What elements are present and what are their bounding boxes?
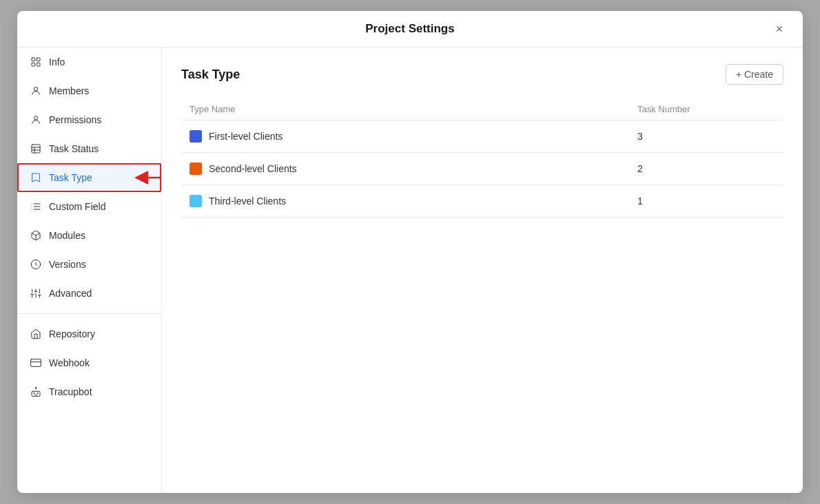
modal-title: Project Settings xyxy=(365,22,454,36)
svg-point-4 xyxy=(34,87,37,91)
color-swatch-2 xyxy=(189,162,202,175)
table-row[interactable]: Second-level Clients 2 xyxy=(181,153,783,185)
modal-header: Project Settings × xyxy=(17,11,803,48)
create-button[interactable]: + Create xyxy=(726,64,783,85)
sidebar-item-task-type-label: Task Type xyxy=(49,172,92,183)
type-name-1: First-level Clients xyxy=(209,131,283,142)
modal-body: Info Members Permissions xyxy=(17,48,803,493)
sidebar-divider xyxy=(17,313,161,314)
sidebar-item-advanced[interactable]: Advanced xyxy=(17,279,161,308)
svg-rect-3 xyxy=(37,63,40,66)
permissions-icon xyxy=(30,114,42,126)
table-icon xyxy=(30,143,42,155)
table-header: Type Name Task Number xyxy=(181,98,783,120)
sidebar-item-members-label: Members xyxy=(49,85,89,96)
table-row[interactable]: First-level Clients 3 xyxy=(181,120,783,153)
svg-rect-1 xyxy=(37,58,40,61)
sidebar-item-tracupbot-label: Tracupbot xyxy=(49,386,92,397)
home-icon xyxy=(30,328,42,340)
sidebar: Info Members Permissions xyxy=(17,48,162,493)
type-name-2: Second-level Clients xyxy=(209,163,297,174)
task-number-2: 2 xyxy=(637,163,775,174)
sidebar-item-tracupbot[interactable]: Tracupbot xyxy=(17,377,161,406)
table-row[interactable]: Third-level Clients 1 xyxy=(181,185,783,218)
svg-rect-28 xyxy=(31,359,41,367)
color-swatch-3 xyxy=(189,195,202,207)
color-swatch-1 xyxy=(189,130,202,143)
sidebar-item-versions-label: Versions xyxy=(49,259,86,270)
sidebar-item-task-type[interactable]: Task Type xyxy=(17,163,161,192)
sidebar-item-info[interactable]: Info xyxy=(17,48,161,76)
svg-point-5 xyxy=(34,116,37,120)
sidebar-item-webhook[interactable]: Webhook xyxy=(17,348,161,377)
sidebar-item-permissions-label: Permissions xyxy=(49,114,101,125)
sidebar-item-custom-field[interactable]: Custom Field xyxy=(17,192,161,221)
bookmark-icon xyxy=(30,171,42,184)
modal-overlay: Project Settings × Info Mem xyxy=(0,0,820,504)
sidebar-item-task-status-label: Task Status xyxy=(49,143,99,154)
type-name-cell: Second-level Clients xyxy=(189,162,637,175)
user-icon xyxy=(30,85,42,97)
list-icon xyxy=(30,200,42,213)
sidebar-item-task-status[interactable]: Task Status xyxy=(17,134,161,163)
sidebar-item-advanced-label: Advanced xyxy=(49,288,92,299)
type-name-cell: Third-level Clients xyxy=(189,195,637,207)
grid-icon xyxy=(30,56,42,68)
svg-rect-0 xyxy=(32,58,35,61)
credit-card-icon xyxy=(30,357,42,369)
sidebar-item-repository[interactable]: Repository xyxy=(17,319,161,348)
task-number-1: 3 xyxy=(637,131,775,142)
type-name-3: Third-level Clients xyxy=(209,196,286,207)
svg-rect-30 xyxy=(32,391,40,396)
sidebar-item-info-label: Info xyxy=(49,56,65,67)
sidebar-item-versions[interactable]: Versions xyxy=(17,250,161,279)
sidebar-item-repository-label: Repository xyxy=(49,328,95,339)
svg-rect-2 xyxy=(32,63,35,66)
box-icon xyxy=(30,229,42,242)
sidebar-item-custom-field-label: Custom Field xyxy=(49,201,105,212)
sidebar-item-modules[interactable]: Modules xyxy=(17,221,161,250)
sidebar-item-members[interactable]: Members xyxy=(17,76,161,105)
tag-icon xyxy=(30,258,42,271)
modal: Project Settings × Info Mem xyxy=(17,11,803,493)
task-number-3: 1 xyxy=(637,196,775,207)
sidebar-item-modules-label: Modules xyxy=(49,230,85,241)
col-task-number: Task Number xyxy=(637,104,775,114)
main-content: Task Type + Create Type Name Task Number… xyxy=(162,48,803,493)
robot-icon xyxy=(30,386,42,398)
svg-rect-6 xyxy=(32,145,40,153)
sliders-icon xyxy=(30,287,42,300)
close-button[interactable]: × xyxy=(770,19,789,39)
content-title: Task Type xyxy=(181,67,240,82)
task-type-table: Type Name Task Number First-level Client… xyxy=(181,98,783,218)
content-header: Task Type + Create xyxy=(181,64,783,85)
col-type-name: Type Name xyxy=(189,104,637,114)
sidebar-item-permissions[interactable]: Permissions xyxy=(17,105,161,134)
sidebar-item-webhook-label: Webhook xyxy=(49,357,90,368)
type-name-cell: First-level Clients xyxy=(189,130,637,143)
arrow-annotation xyxy=(134,167,162,188)
